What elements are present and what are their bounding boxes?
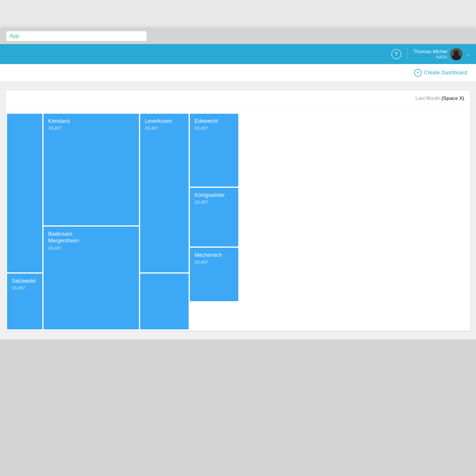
tile-value: 23,457 [48, 125, 134, 130]
avatar-body [452, 54, 461, 60]
list-item[interactable]: Salzwedel 23,457 [7, 274, 42, 329]
treemap-col1: Salzwedel 23,457 [7, 114, 42, 329]
content-area: Last Month (Space X) Salzwedel 23 [0, 82, 476, 339]
tile-value: 23,457 [12, 285, 38, 290]
tile-value: 23,457 [145, 125, 184, 130]
period-filter[interactable]: Last Month (Space X) [415, 95, 464, 101]
tile-name: Königswinter [195, 192, 234, 199]
treemap-col4: Edewecht 23,457 Königswinter 23,457 Mech… [190, 114, 238, 329]
title-bar: App [0, 28, 476, 44]
list-item[interactable] [7, 114, 42, 272]
user-info: Thomas Michel NASA [413, 49, 447, 59]
tile-value: 23,457 [48, 245, 134, 250]
address-bar[interactable]: App [6, 31, 147, 41]
list-item[interactable]: Königswinter 23,457 [190, 188, 238, 247]
list-item[interactable]: Konstanz 23,457 [43, 114, 139, 225]
tile-name: Salzwedel [12, 278, 38, 284]
tile-name: Edewecht [195, 118, 234, 125]
user-section: Thomas Michel NASA ⌄ [407, 48, 470, 60]
dashboard-card: Last Month (Space X) Salzwedel 23 [6, 90, 470, 331]
list-item[interactable] [140, 274, 189, 329]
list-item[interactable]: Mechernich 23,457 [190, 248, 238, 301]
address-bar-text: App [10, 33, 19, 39]
app-header: ? Thomas Michel NASA ⌄ [0, 44, 476, 64]
user-org: NASA [413, 55, 447, 59]
period-context-strong: (Space X) [442, 95, 464, 101]
treemap-grid: Salzwedel 23,457 Konstanz 23,457 Badersa… [6, 113, 464, 331]
user-menu-chevron-icon[interactable]: ⌄ [467, 52, 470, 56]
create-icon: + [414, 69, 422, 77]
user-name: Thomas Michel [413, 49, 447, 55]
treemap-container: Salzwedel 23,457 Konstanz 23,457 Badersa… [6, 107, 470, 331]
help-button[interactable]: ? [391, 49, 401, 59]
tile-value: 23,457 [195, 125, 234, 130]
list-item[interactable]: Leverkusen 23,457 [140, 114, 189, 272]
create-dashboard-label: Create Dashboard [424, 70, 467, 76]
list-item[interactable]: Edewecht 23,457 [190, 114, 238, 187]
avatar [450, 48, 462, 60]
tile-value: 23,457 [195, 259, 234, 264]
create-dashboard-button[interactable]: + Create Dashboard [414, 69, 467, 77]
tile-name: Leverkusen [145, 118, 184, 125]
period-label-text: Last Month [415, 95, 440, 101]
sub-header: + Create Dashboard [0, 64, 476, 82]
list-item[interactable]: BadersamMergentheim 23,457 [43, 227, 139, 329]
card-header: Last Month (Space X) [6, 90, 470, 107]
tile-name: Konstanz [48, 118, 134, 125]
treemap-col2: Konstanz 23,457 BadersamMergentheim 23,4… [43, 114, 139, 329]
window-chrome: App ? Thomas Michel NASA ⌄ + Create Dash… [0, 28, 476, 476]
tile-value: 23,457 [195, 200, 234, 205]
treemap-col3: Leverkusen 23,457 [140, 114, 189, 329]
tile-name: Mechernich [195, 252, 234, 259]
tile-name: BadersamMergentheim [48, 231, 134, 244]
